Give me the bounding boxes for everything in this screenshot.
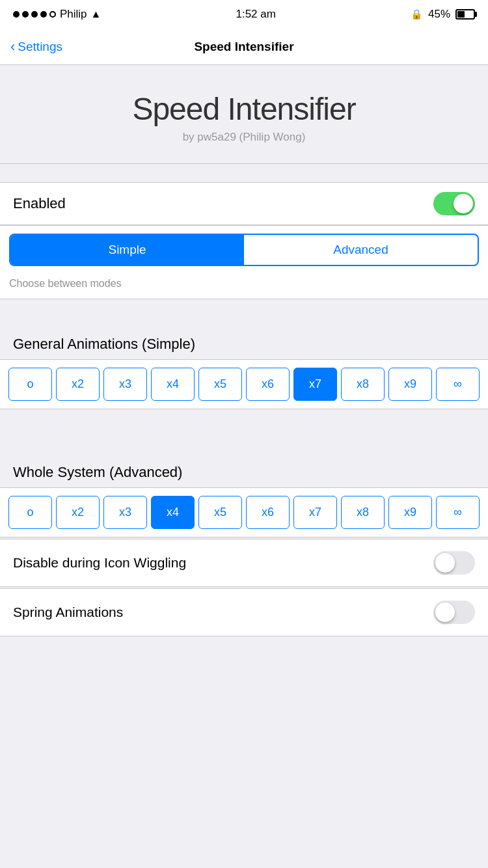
general-animations-group: o x2 x3 x4 x5 x6 x7 x8 x9 ∞ xyxy=(0,359,488,409)
whole-system-header: Whole System (Advanced) xyxy=(0,446,488,487)
back-arrow-icon: ‹ xyxy=(10,38,15,55)
general-animations-header: General Animations (Simple) xyxy=(0,318,488,359)
app-title: Speed Intensifier xyxy=(13,91,475,127)
spring-animations-row: Spring Animations xyxy=(0,588,488,636)
signal-dots xyxy=(13,11,56,18)
ga-opt-6[interactable]: x7 xyxy=(293,368,337,401)
enabled-label: Enabled xyxy=(13,195,66,212)
ga-opt-2[interactable]: x3 xyxy=(103,368,147,401)
ws-opt-1[interactable]: x2 xyxy=(56,496,100,529)
ws-opt-4[interactable]: x5 xyxy=(198,496,242,529)
header-section: Speed Intensifier by pw5a29 (Philip Wong… xyxy=(0,65,488,164)
spring-animations-toggle[interactable] xyxy=(433,601,475,624)
general-multiplier-row: o x2 x3 x4 x5 x6 x7 x8 x9 ∞ xyxy=(0,360,488,409)
disable-wiggling-row: Disable during Icon Wiggling xyxy=(0,539,488,587)
ga-opt-7[interactable]: x8 xyxy=(341,368,385,401)
ws-opt-2[interactable]: x3 xyxy=(103,496,147,529)
whole-system-multiplier-row: o x2 x3 x4 x5 x6 x7 x8 x9 ∞ xyxy=(0,488,488,537)
ga-opt-4[interactable]: x5 xyxy=(198,368,242,401)
spacer-3 xyxy=(0,409,488,427)
spring-animations-label: Spring Animations xyxy=(13,604,433,620)
dot-1 xyxy=(13,11,20,18)
back-label: Settings xyxy=(18,40,62,54)
whole-system-group: o x2 x3 x4 x5 x6 x7 x8 x9 ∞ xyxy=(0,487,488,537)
nav-bar: ‹ Settings Speed Intensifier xyxy=(0,29,488,65)
spacer-2 xyxy=(0,299,488,318)
simple-mode-button[interactable]: Simple xyxy=(10,235,244,265)
ga-opt-8[interactable]: x9 xyxy=(388,368,432,401)
enabled-group: Enabled xyxy=(0,182,488,225)
disable-wiggling-label: Disable during Icon Wiggling xyxy=(13,555,433,571)
enabled-row: Enabled xyxy=(0,183,488,224)
ws-opt-8[interactable]: x9 xyxy=(388,496,432,529)
back-button[interactable]: ‹ Settings xyxy=(10,38,62,55)
battery-container xyxy=(455,9,475,20)
enabled-toggle[interactable] xyxy=(433,192,475,215)
mode-selector: Simple Advanced Choose between modes xyxy=(0,225,488,299)
app-subtitle: by pw5a29 (Philip Wong) xyxy=(13,131,475,144)
ws-opt-0[interactable]: o xyxy=(8,496,52,529)
carrier-label: Philip xyxy=(60,8,87,21)
bottom-spacer xyxy=(0,636,488,662)
ws-opt-3[interactable]: x4 xyxy=(151,496,195,529)
toggle-knob xyxy=(454,194,473,213)
ga-opt-9[interactable]: ∞ xyxy=(436,368,480,401)
battery-percent: 45% xyxy=(428,8,450,21)
ws-opt-6[interactable]: x7 xyxy=(293,496,337,529)
toggle-knob-spring xyxy=(435,603,455,622)
spacer-1 xyxy=(0,164,488,182)
segmented-control: Simple Advanced xyxy=(9,234,479,266)
ga-opt-5[interactable]: x6 xyxy=(246,368,290,401)
spacer-4 xyxy=(0,427,488,446)
wifi-icon: ▲ xyxy=(91,8,102,20)
battery-fill xyxy=(457,11,465,18)
ws-opt-9[interactable]: ∞ xyxy=(436,496,480,529)
battery-icon xyxy=(455,9,475,20)
status-right: 🔒 45% xyxy=(411,8,475,21)
dot-3 xyxy=(31,11,38,18)
toggle-knob-wiggling xyxy=(435,553,455,573)
ga-opt-3[interactable]: x4 xyxy=(151,368,195,401)
nav-title: Speed Intensifier xyxy=(194,40,293,54)
ga-opt-0[interactable]: o xyxy=(8,368,52,401)
dot-5 xyxy=(49,11,56,18)
dot-2 xyxy=(22,11,29,18)
ws-opt-7[interactable]: x8 xyxy=(341,496,385,529)
status-time: 1:52 am xyxy=(236,8,275,21)
lock-icon: 🔒 xyxy=(411,8,423,20)
status-bar: Philip ▲ 1:52 am 🔒 45% xyxy=(0,0,488,29)
ga-opt-1[interactable]: x2 xyxy=(56,368,100,401)
mode-hint: Choose between modes xyxy=(0,274,488,299)
status-left: Philip ▲ xyxy=(13,8,101,21)
dot-4 xyxy=(40,11,47,18)
disable-wiggling-toggle[interactable] xyxy=(433,551,475,575)
ws-opt-5[interactable]: x6 xyxy=(246,496,290,529)
advanced-mode-button[interactable]: Advanced xyxy=(244,235,478,265)
